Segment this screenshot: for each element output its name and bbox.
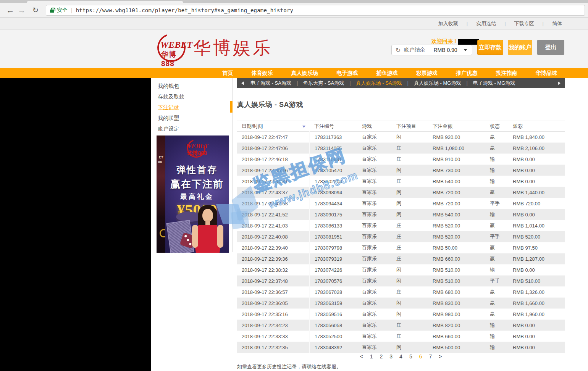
quick-link[interactable]: 实用连结 (476, 20, 514, 27)
sidebar-item[interactable]: 存款及取款 (151, 91, 233, 102)
quick-links-bar: 加入收藏实用连结下载专区简体 (0, 18, 588, 30)
page-number[interactable]: 4 (399, 353, 402, 360)
tabs-scroll-left-icon[interactable] (241, 81, 244, 85)
sidebar-item[interactable]: 下注记录 (151, 102, 233, 113)
cell-date: 2018-09-17 22:47:47 (237, 132, 309, 143)
col-game[interactable]: 游戏 (357, 121, 391, 132)
sort-desc-icon[interactable] (302, 126, 305, 128)
game-tab[interactable]: 鱼乐无穷 - SA游戏 (303, 80, 356, 87)
col-bet-id[interactable]: 下注编号 (309, 121, 357, 132)
game-history-tabs: 电子游戏 - SA游戏鱼乐无穷 - SA游戏真人娱乐场 - SA游戏真人娱乐场 … (237, 78, 565, 88)
cell-game: 百家乐 (357, 176, 391, 187)
page-numbers: 1234567 (367, 353, 436, 360)
browser-back-icon[interactable]: ← (5, 6, 15, 15)
cell-date: 2018-09-17 22:41:52 (237, 209, 309, 220)
sidebar-item[interactable]: 我的联盟 (151, 113, 233, 123)
main-nav-item[interactable]: 彩票游戏 (416, 70, 438, 77)
page-next[interactable]: > (439, 353, 442, 360)
cell-date: 2018-09-17 22:34:23 (237, 320, 309, 331)
cell-status: 输 (485, 176, 508, 187)
refresh-balance-icon[interactable]: ↻ (396, 47, 401, 54)
game-tab[interactable]: 电子游戏 - SA游戏 (250, 80, 303, 87)
cell-game: 百家乐 (357, 165, 391, 176)
cell-date: 2018-09-17 22:40:08 (237, 231, 309, 242)
browser-reload-icon[interactable]: ↻ (31, 6, 40, 15)
cell-bet-id: 1783081951 (309, 231, 357, 242)
cell-bet-id: 1783052500 (309, 331, 357, 342)
sidebar-item[interactable]: 我的钱包 (151, 81, 233, 91)
cell-game: 百家乐 (357, 198, 391, 209)
cell-date: 2018-09-17 22:37:48 (237, 276, 309, 287)
game-tab[interactable]: 电子游戏 - MG游戏 (473, 80, 515, 87)
balance-dropdown-icon[interactable] (464, 49, 467, 51)
cell-bet-amount: RMB 1,080.00 (428, 143, 485, 154)
quick-link[interactable]: 简体 (552, 20, 562, 27)
browser-forward-icon[interactable]: → (17, 6, 27, 15)
col-date[interactable]: 日期/时间 (237, 121, 309, 132)
page-number[interactable]: 6 (419, 353, 422, 360)
cell-payout: RMB 1,960.00 (508, 309, 565, 320)
cell-bet-amount: RMB 510.00 (428, 265, 485, 276)
cell-date: 2018-09-17 22:42:53 (237, 198, 309, 209)
col-bet-item[interactable]: 下注项目 (391, 121, 428, 132)
redacted-username (458, 39, 479, 45)
cell-game: 百家乐 (357, 132, 391, 143)
url-field[interactable]: 安全 | https://www.wbg1101.com/player/bet_… (46, 5, 585, 16)
site-logo[interactable]: WEBET 华博888 华博娱乐 (156, 32, 273, 64)
cell-bet-amount: RMB 50.00 (428, 242, 485, 253)
main-nav-item[interactable]: 电子游戏 (336, 70, 358, 77)
page-prev[interactable]: < (360, 353, 363, 360)
cell-date: 2018-09-17 22:45:16 (237, 165, 309, 176)
table-row: 2018-09-17 22:45:16 1783105470 百家乐 闲 RMB… (237, 165, 565, 176)
cell-payout: RMB 0.00 (508, 342, 565, 353)
logout-button[interactable]: 登出 (537, 40, 564, 55)
quick-link[interactable]: 下载专区 (514, 20, 552, 27)
page-number[interactable]: 3 (389, 353, 393, 360)
cell-payout: RMB 1,014.00 (508, 220, 565, 231)
banner-line1: 弹性首存 (165, 164, 229, 176)
main-nav-item[interactable]: 华博品味 (536, 70, 557, 77)
cell-bet-item: 闲 (391, 198, 428, 209)
game-tab[interactable]: 真人娱乐场 - SA游戏 (356, 80, 414, 87)
cell-bet-id: 1783086133 (309, 220, 357, 231)
main-nav-item[interactable]: 捕鱼游戏 (376, 70, 397, 77)
game-tab[interactable]: 真人娱乐场 - MG游戏 (414, 80, 473, 87)
cell-game: 百家乐 (357, 309, 391, 320)
cell-status: 赢 (485, 132, 508, 143)
page-number[interactable]: 5 (409, 353, 412, 360)
cell-bet-id: 1783102204 (309, 176, 357, 187)
cell-game: 百家乐 (357, 154, 391, 165)
cell-status: 输 (485, 331, 508, 342)
deposit-button[interactable]: 立即存款 (477, 40, 503, 55)
col-bet-amount[interactable]: 下注金额 (428, 121, 485, 132)
tabs-scroll-right-icon[interactable] (558, 81, 561, 85)
cell-bet-item: 闲 (391, 298, 428, 309)
quick-link[interactable]: 加入收藏 (438, 20, 476, 27)
col-status[interactable]: 状态 (485, 121, 508, 132)
main-nav-item[interactable]: 首页 (222, 70, 233, 77)
main-nav-list: 首页体育娱乐真人娱乐场电子游戏捕鱼游戏彩票游戏推广优惠投注指南华博品味 (213, 68, 566, 78)
table-row: 2018-09-17 22:39:40 1783079798 百家乐 庄 RMB… (237, 242, 565, 253)
page-number[interactable]: 7 (429, 353, 432, 360)
table-row: 2018-09-17 22:46:18 1783110631 百家乐 庄 RMB… (237, 154, 565, 165)
cell-game: 百家乐 (357, 276, 391, 287)
main-nav-item[interactable]: 投注指南 (496, 70, 517, 77)
game-tabs-list: 电子游戏 - SA游戏鱼乐无穷 - SA游戏真人娱乐场 - SA游戏真人娱乐场 … (250, 78, 515, 88)
main-nav-item[interactable]: 推广优惠 (456, 70, 477, 77)
cell-bet-amount: RMB 510.00 (428, 276, 485, 287)
main-nav-item[interactable]: 真人娱乐场 (291, 70, 318, 77)
main-nav-item[interactable]: 体育娱乐 (251, 70, 273, 77)
col-payout[interactable]: 派彩 (508, 121, 565, 132)
cell-status: 赢 (485, 242, 508, 253)
my-account-button[interactable]: 我的账户 (508, 40, 532, 55)
cell-payout: RMB 720.00 (508, 198, 565, 209)
page-number[interactable]: 1 (370, 353, 373, 360)
secure-lock-icon (50, 10, 54, 13)
cell-payout: RMB 1,326.00 (508, 287, 565, 298)
browser-tabstrip (0, 0, 588, 3)
promo-banner[interactable]: ET 88 WEBET 华博888 弹性首存 赢在下注前 最高礼金 ¥5000 (157, 135, 229, 253)
cell-bet-amount: RMB 820.00 (428, 320, 485, 331)
cell-game: 百家乐 (357, 298, 391, 309)
page-number[interactable]: 2 (380, 353, 383, 360)
sidebar-item[interactable]: 账户设定 (151, 123, 233, 134)
